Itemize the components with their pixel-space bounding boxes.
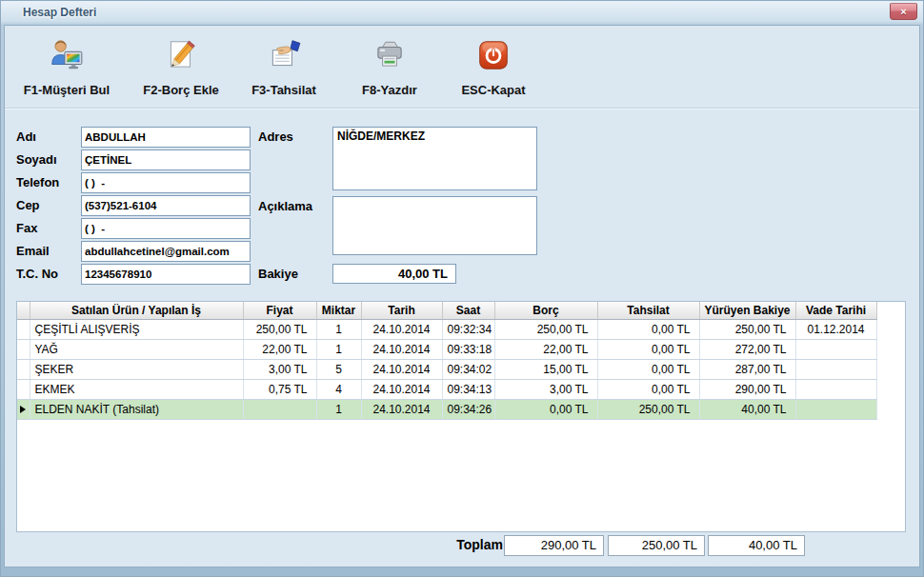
transactions-grid: Satılan Ürün / Yapılan İş Fiyat Miktar T…: [16, 301, 906, 532]
field-label-adres: Adres: [258, 129, 293, 144]
row-selector-header: [17, 302, 30, 319]
col-header-fiyat[interactable]: Fiyat: [243, 302, 316, 319]
close-escape-button[interactable]: ESC-Kapat: [456, 37, 531, 102]
field-label-email: Email: [16, 244, 50, 258]
field-label-telefon: Telefon: [16, 175, 59, 189]
toolbar: F1-Müşteri Bul F2-Borç Ekle: [5, 26, 919, 109]
col-header-urun[interactable]: Satılan Ürün / Yapılan İş: [30, 302, 243, 319]
toolbar-button-label: F3-Tahsilat: [251, 83, 316, 97]
toolbar-button-label: F8-Yazdır: [362, 83, 417, 97]
col-header-saat[interactable]: Saat: [442, 302, 494, 319]
adres-field[interactable]: NİĞDE/MERKEZ: [332, 127, 537, 190]
col-header-tarih[interactable]: Tarih: [361, 302, 442, 319]
col-header-yuruyen[interactable]: Yürüyen Bakiye: [699, 302, 795, 319]
print-icon: [372, 37, 408, 77]
app-window: Hesap Defteri ×: [0, 0, 924, 577]
collection-button[interactable]: F3-Tahsilat: [243, 37, 325, 102]
find-customer-button[interactable]: F1-Müşteri Bul: [12, 37, 121, 102]
tcno-field[interactable]: [81, 264, 251, 285]
adi-field[interactable]: [81, 127, 251, 148]
col-header-miktar[interactable]: Miktar: [316, 302, 361, 319]
email-field[interactable]: [81, 241, 251, 262]
total-bakiye-field[interactable]: 40,00 TL: [708, 535, 805, 556]
col-header-vade[interactable]: Vade Tarihi: [795, 302, 876, 319]
customer-find-icon: [49, 37, 85, 77]
fax-field[interactable]: [81, 218, 251, 239]
table-row[interactable]: EKMEK 0,75 TL 4 24.10.2014 09:34:13 3,00…: [17, 379, 876, 399]
toolbar-button-label: ESC-Kapat: [461, 83, 525, 97]
field-label-soyadi: Soyadı: [16, 152, 57, 167]
row-selector-cell: [17, 399, 30, 419]
collection-icon: [266, 37, 302, 77]
table-row[interactable]: ŞEKER 3,00 TL 5 24.10.2014 09:34:02 15,0…: [17, 359, 876, 379]
row-selector-cell: [17, 359, 30, 379]
add-debt-button[interactable]: F2-Borç Ekle: [132, 37, 230, 102]
field-label-tcno: T.C. No: [16, 267, 58, 281]
current-row-arrow-icon: [20, 406, 26, 413]
client-area: F1-Müşteri Bul F2-Borç Ekle: [4, 25, 920, 567]
row-selector-cell: [17, 319, 30, 339]
soyadi-field[interactable]: [81, 149, 251, 170]
close-button[interactable]: ×: [890, 3, 917, 20]
field-label-adi: Adı: [16, 129, 36, 144]
total-borc-field[interactable]: 290,00 TL: [504, 535, 604, 556]
print-button[interactable]: F8-Yazdır: [352, 37, 428, 102]
field-label-bakiye: Bakiye: [258, 267, 298, 281]
power-icon: [475, 37, 512, 77]
aciklama-field[interactable]: [332, 196, 537, 255]
field-label-aciklama: Açıklama: [258, 199, 312, 213]
cep-field[interactable]: [81, 195, 251, 216]
field-label-cep: Cep: [16, 198, 40, 212]
toplam-label: Toplam: [424, 537, 503, 552]
row-selector-cell: [17, 339, 30, 359]
col-header-tahsilat[interactable]: Tahsilat: [597, 302, 699, 319]
col-header-borc[interactable]: Borç: [494, 302, 597, 319]
total-tahsilat-field[interactable]: 250,00 TL: [608, 535, 705, 556]
debt-add-icon: [163, 37, 199, 77]
row-selector-cell: [17, 379, 30, 399]
close-icon: ×: [900, 6, 906, 17]
table-row-selected[interactable]: ELDEN NAKİT (Tahsilat) 1 24.10.2014 09:3…: [17, 399, 876, 419]
table-row[interactable]: ÇEŞİTLİ ALIŞVERİŞ 250,00 TL 1 24.10.2014…: [17, 319, 876, 339]
table-row[interactable]: YAĞ 22,00 TL 1 24.10.2014 09:33:18 22,00…: [17, 339, 876, 359]
toolbar-button-label: F2-Borç Ekle: [143, 83, 218, 97]
toolbar-button-label: F1-Müşteri Bul: [24, 83, 110, 97]
window-title: Hesap Defteri: [23, 6, 96, 19]
titlebar[interactable]: Hesap Defteri ×: [0, 0, 924, 25]
bakiye-field[interactable]: 40,00 TL: [332, 264, 456, 284]
field-label-fax: Fax: [16, 221, 37, 235]
grid-header-row: Satılan Ürün / Yapılan İş Fiyat Miktar T…: [17, 302, 876, 319]
telefon-field[interactable]: [81, 172, 251, 193]
